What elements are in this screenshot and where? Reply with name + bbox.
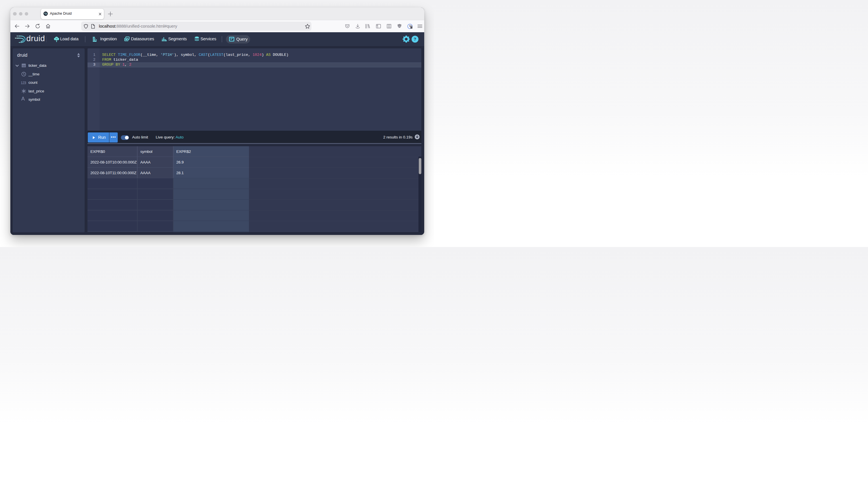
svg-text:LO: LO — [398, 25, 401, 27]
svg-text:?: ? — [414, 37, 417, 41]
